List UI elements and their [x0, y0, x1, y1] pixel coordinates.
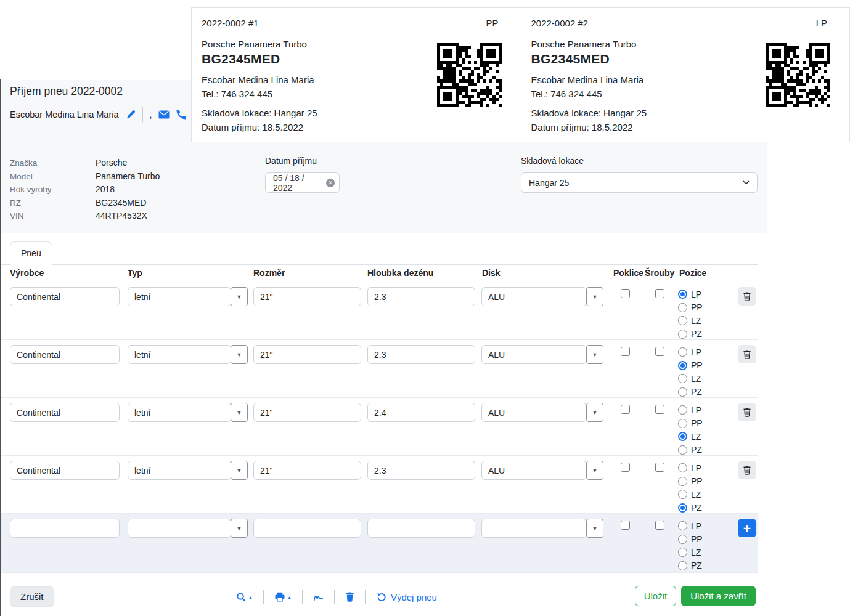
position-radio-pp[interactable]: PP [678, 417, 703, 431]
position-radio-lz[interactable]: LZ [678, 372, 703, 386]
type-dropdown-button[interactable]: ▼ [231, 287, 248, 306]
disk-input[interactable] [481, 461, 587, 480]
delete-row-button[interactable] [738, 287, 756, 306]
search-dropdown-button[interactable]: ▲ [236, 592, 253, 602]
position-radio-pz[interactable]: PZ [678, 444, 703, 457]
radio-icon[interactable] [678, 419, 687, 428]
radio-icon[interactable] [678, 535, 687, 544]
size-input[interactable] [253, 403, 361, 422]
envelope-icon[interactable] [158, 110, 170, 119]
tab-pneu[interactable]: Pneu [10, 241, 52, 265]
position-radio-pz[interactable]: PZ [678, 328, 703, 341]
radio-icon[interactable] [678, 405, 687, 415]
disk-input[interactable] [481, 287, 587, 306]
position-radio-pz[interactable]: PZ [678, 559, 703, 573]
manufacturer-input[interactable] [10, 461, 120, 480]
add-row-button[interactable]: + [738, 519, 756, 537]
hubcaps-checkbox[interactable] [621, 463, 630, 472]
tread-depth-input[interactable] [367, 461, 475, 480]
radio-icon[interactable] [678, 463, 687, 472]
type-dropdown-button[interactable]: ▼ [231, 461, 248, 480]
size-input[interactable] [253, 345, 361, 364]
delete-document-button[interactable] [345, 592, 354, 602]
disk-dropdown-button[interactable]: ▼ [586, 345, 603, 364]
cancel-button[interactable]: Zrušit [10, 586, 54, 607]
size-input[interactable] [253, 461, 361, 480]
position-radio-lp[interactable]: LP [678, 288, 703, 301]
radio-icon[interactable] [678, 303, 687, 312]
hubcaps-checkbox[interactable] [621, 289, 630, 298]
position-radio-pp[interactable]: PP [678, 359, 703, 373]
delete-row-button[interactable] [738, 345, 756, 363]
radio-icon[interactable] [678, 316, 687, 325]
manufacturer-input[interactable] [10, 403, 120, 422]
position-radio-pz[interactable]: PZ [678, 501, 703, 515]
radio-icon[interactable] [678, 387, 687, 397]
position-radio-lp[interactable]: LP [678, 519, 703, 533]
signature-button[interactable] [313, 593, 324, 602]
manufacturer-input[interactable] [10, 345, 120, 364]
pencil-icon[interactable] [126, 110, 136, 120]
date-input[interactable]: 05 / 18 / 2022 ✕ [265, 172, 340, 193]
size-input[interactable] [253, 519, 361, 538]
position-radio-pp[interactable]: PP [678, 301, 703, 315]
bolts-checkbox[interactable] [655, 521, 664, 530]
radio-icon[interactable] [678, 290, 687, 299]
position-radio-lp[interactable]: LP [678, 403, 703, 417]
phone-icon[interactable] [176, 110, 186, 120]
print-dropdown-button[interactable]: ▲ [274, 592, 292, 602]
radio-icon[interactable] [678, 490, 687, 499]
position-radio-pp[interactable]: PP [678, 475, 703, 488]
disk-input[interactable] [481, 519, 587, 538]
clear-circle-icon[interactable]: ✕ [326, 179, 335, 187]
radio-icon[interactable] [678, 347, 687, 357]
tread-depth-input[interactable] [367, 519, 475, 538]
type-input[interactable] [128, 403, 231, 422]
disk-dropdown-button[interactable]: ▼ [586, 287, 603, 306]
location-select[interactable]: Hangar 25 [521, 172, 758, 193]
radio-icon[interactable] [678, 503, 687, 513]
manufacturer-input[interactable] [10, 287, 120, 306]
position-radio-lp[interactable]: LP [678, 461, 703, 475]
position-radio-lz[interactable]: LZ [678, 430, 703, 444]
type-dropdown-button[interactable]: ▼ [231, 519, 248, 538]
tread-depth-input[interactable] [367, 403, 475, 422]
save-and-close-button[interactable]: Uložit a zavřít [681, 586, 756, 606]
radio-icon[interactable] [678, 330, 687, 339]
position-radio-lp[interactable]: LP [678, 346, 703, 359]
position-radio-lz[interactable]: LZ [678, 488, 703, 501]
hubcaps-checkbox[interactable] [621, 347, 630, 356]
disk-input[interactable] [481, 345, 587, 364]
bolts-checkbox[interactable] [655, 463, 664, 472]
hubcaps-checkbox[interactable] [621, 521, 630, 530]
bolts-checkbox[interactable] [655, 289, 664, 298]
delete-row-button[interactable] [738, 403, 756, 421]
type-input[interactable] [128, 287, 231, 306]
radio-icon[interactable] [678, 521, 687, 530]
bolts-checkbox[interactable] [655, 405, 664, 414]
position-radio-lz[interactable]: LZ [678, 546, 703, 559]
manufacturer-input[interactable] [10, 519, 120, 538]
disk-dropdown-button[interactable]: ▼ [586, 403, 603, 422]
tread-depth-input[interactable] [367, 287, 475, 306]
radio-icon[interactable] [678, 548, 687, 557]
disk-dropdown-button[interactable]: ▼ [586, 519, 603, 538]
type-dropdown-button[interactable]: ▼ [231, 345, 248, 364]
type-input[interactable] [128, 345, 231, 364]
disk-input[interactable] [481, 403, 587, 422]
radio-icon[interactable] [678, 432, 687, 441]
disk-dropdown-button[interactable]: ▼ [586, 461, 603, 480]
delete-row-button[interactable] [738, 461, 756, 479]
bolts-checkbox[interactable] [655, 347, 664, 356]
radio-icon[interactable] [678, 561, 687, 570]
save-button[interactable]: Uložit [635, 586, 677, 606]
position-radio-lz[interactable]: LZ [678, 314, 703, 328]
type-input[interactable] [128, 461, 231, 480]
position-radio-pz[interactable]: PZ [678, 386, 703, 399]
radio-icon[interactable] [678, 445, 687, 455]
radio-icon[interactable] [678, 477, 687, 486]
radio-icon[interactable] [678, 361, 687, 370]
type-dropdown-button[interactable]: ▼ [231, 403, 248, 422]
type-input[interactable] [128, 519, 231, 538]
issue-tires-link[interactable]: Výdej pneu [376, 592, 437, 602]
